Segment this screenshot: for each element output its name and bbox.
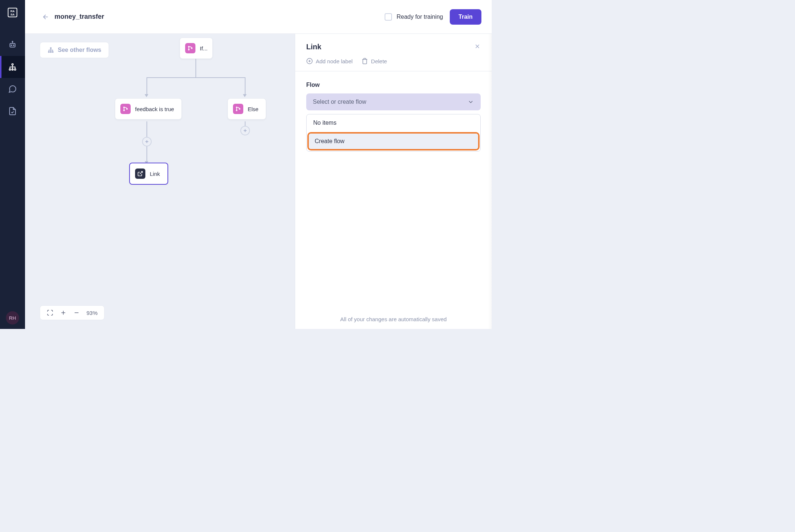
nav-bots[interactable]: [0, 34, 25, 56]
chevron-down-icon: [467, 99, 474, 105]
svg-line-26: [140, 171, 142, 174]
create-flow-highlight: Create flow: [307, 132, 480, 150]
feedback-true-node[interactable]: feedback is true: [115, 98, 182, 120]
svg-point-13: [50, 47, 52, 49]
svg-point-11: [14, 69, 16, 70]
back-button[interactable]: [40, 11, 52, 23]
zoom-in-button[interactable]: [60, 309, 67, 316]
nav-docs[interactable]: [0, 100, 25, 122]
fullscreen-icon: [47, 309, 53, 316]
fit-view-button[interactable]: [47, 309, 53, 316]
else-node[interactable]: Else: [227, 98, 266, 120]
svg-point-7: [12, 41, 13, 42]
branch-icon: [233, 104, 243, 114]
close-icon: [474, 43, 481, 50]
flow-canvas[interactable]: See other flows If... feedback is true E…: [25, 34, 295, 329]
svg-point-22: [127, 109, 128, 110]
zoom-out-button[interactable]: [73, 309, 80, 316]
add-node-button[interactable]: [142, 137, 152, 146]
svg-point-4: [11, 45, 12, 46]
svg-point-16: [52, 52, 53, 53]
flows-icon: [8, 63, 17, 71]
ready-for-training: Ready for training: [385, 13, 443, 21]
flow-dropdown: No items Create flow: [306, 114, 481, 152]
add-label-text: Add node label: [316, 58, 353, 64]
arrowhead-icon: [145, 94, 148, 97]
svg-point-23: [236, 107, 237, 108]
arrow-left-icon: [42, 13, 49, 21]
edge: [195, 58, 196, 77]
robot-icon: [8, 40, 17, 49]
avatar-initials: RH: [9, 315, 16, 321]
edge: [146, 77, 147, 95]
nav-chat[interactable]: [0, 78, 25, 100]
svg-point-19: [191, 48, 192, 49]
ready-label-text: Ready for training: [396, 14, 443, 20]
svg-point-17: [188, 46, 190, 47]
see-other-flows-button[interactable]: See other flows: [40, 42, 109, 58]
document-check-icon: [8, 107, 17, 116]
see-other-label: See other flows: [58, 47, 101, 53]
create-flow-option[interactable]: Create flow: [309, 134, 478, 149]
svg-point-24: [236, 110, 237, 111]
arrowhead-icon: [243, 94, 247, 97]
flow-field-label: Flow: [306, 82, 481, 88]
flow-select[interactable]: Select or create flow: [306, 93, 481, 110]
svg-point-5: [13, 45, 14, 46]
svg-point-20: [124, 107, 125, 108]
branch-icon: [185, 43, 195, 53]
link-icon: [135, 169, 145, 179]
node-label: Else: [248, 106, 258, 112]
plus-circle-icon: [306, 58, 313, 64]
zoom-percentage: 93%: [86, 310, 98, 316]
edge: [146, 77, 245, 78]
edge: [245, 77, 245, 95]
close-panel-button[interactable]: [474, 43, 481, 51]
ready-checkbox[interactable]: [385, 13, 392, 21]
svg-point-21: [124, 110, 125, 111]
node-label: Link: [150, 171, 160, 177]
trash-icon: [361, 58, 368, 64]
page-title: money_transfer: [54, 13, 385, 21]
add-node-button[interactable]: [240, 126, 250, 135]
svg-point-18: [188, 49, 190, 50]
node-detail-panel: Link Add node label Delete Flow Select o…: [295, 34, 492, 329]
delete-text: Delete: [371, 58, 387, 64]
panel-header: Link Add node label Delete: [295, 34, 492, 71]
node-label: If...: [200, 45, 208, 52]
svg-point-8: [12, 64, 13, 65]
svg-text:RA: RA: [10, 10, 15, 13]
minus-icon: [73, 309, 80, 316]
dropdown-no-items: No items: [307, 114, 480, 131]
svg-point-14: [48, 52, 49, 53]
panel-title: Link: [306, 43, 321, 51]
user-avatar[interactable]: RH: [6, 311, 19, 324]
nav-flows[interactable]: [0, 56, 25, 78]
node-label: feedback is true: [135, 106, 174, 112]
flows-icon: [47, 47, 54, 53]
chat-icon: [8, 85, 17, 93]
zoom-toolbar: 93%: [40, 305, 105, 320]
plus-icon: [60, 309, 67, 316]
plus-icon: [144, 139, 149, 144]
autosave-notice: All of your changes are automatically sa…: [295, 316, 492, 322]
if-node[interactable]: If...: [180, 38, 213, 59]
delete-node-button[interactable]: Delete: [361, 58, 387, 64]
app-logo[interactable]: RASA: [6, 6, 19, 19]
link-node[interactable]: Link: [129, 163, 168, 185]
svg-point-9: [9, 69, 11, 70]
train-button[interactable]: Train: [450, 9, 481, 25]
panel-body: Flow Select or create flow No items Crea…: [295, 71, 492, 329]
select-placeholder: Select or create flow: [313, 99, 366, 105]
topbar: money_transfer Ready for training Train: [25, 0, 492, 34]
plus-icon: [243, 128, 248, 133]
branch-icon: [120, 104, 131, 114]
rasa-logo-icon: RASA: [7, 7, 18, 18]
svg-point-25: [239, 109, 240, 110]
left-rail: RASA RH: [0, 0, 25, 329]
add-node-label-button[interactable]: Add node label: [306, 58, 353, 64]
svg-text:SA: SA: [10, 13, 14, 16]
